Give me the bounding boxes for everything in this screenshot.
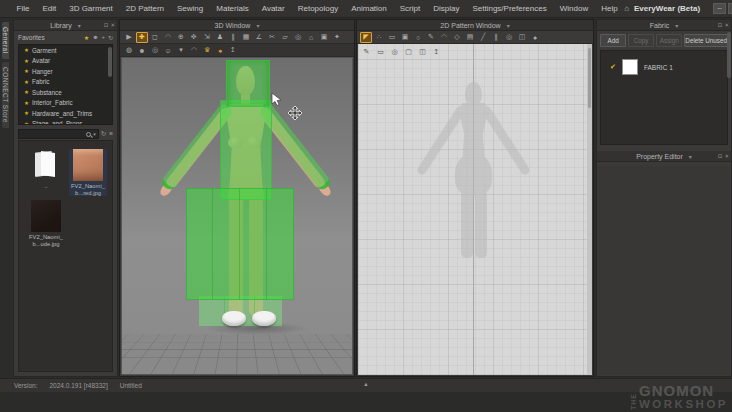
menu-item[interactable]: Help	[595, 0, 624, 18]
menu-item[interactable]: Animation	[345, 0, 394, 18]
menu-item[interactable]: Script	[393, 0, 426, 18]
expand-panel-button[interactable]: ▴	[364, 380, 367, 388]
add-rectangle-icon[interactable]: ▣	[399, 32, 411, 43]
show-avatar-icon[interactable]: ☻	[136, 45, 148, 56]
side-tab[interactable]: General	[2, 22, 9, 59]
2d-scrollbar[interactable]	[587, 44, 592, 375]
avatar-display-mode-icon[interactable]: ●	[214, 45, 226, 56]
simulate-icon[interactable]: ▶	[123, 32, 135, 43]
menu-item[interactable]: Materials	[210, 0, 255, 18]
scissors-icon[interactable]: ✂	[266, 32, 278, 43]
magnifier-icon[interactable]: ◎	[389, 47, 400, 57]
trace-icon[interactable]: ◎	[503, 32, 515, 43]
select-lasso-icon[interactable]: ◠	[162, 32, 174, 43]
show-hair-icon[interactable]: ◠	[188, 45, 200, 56]
menu-item[interactable]: Display	[427, 0, 466, 18]
measure-icon[interactable]: ∠	[253, 32, 265, 43]
split-view-icon[interactable]: ◫	[417, 47, 428, 57]
minimize-button[interactable]: ─	[713, 3, 726, 14]
add-point-icon[interactable]: ▭	[386, 32, 398, 43]
pin-icon[interactable]: ⊕	[175, 32, 187, 43]
float-panel-icon[interactable]: ⊡	[104, 20, 109, 31]
float-panel-icon[interactable]: ⊡	[718, 151, 723, 162]
render-icon[interactable]: ✦	[331, 32, 343, 43]
add-favorite-icon[interactable]: +	[101, 34, 105, 41]
transform-pattern-icon[interactable]: ◤	[360, 32, 372, 43]
dart-icon[interactable]: ◇	[451, 32, 463, 43]
menu-item[interactable]: Settings/Preferences	[466, 0, 553, 18]
garment-hood[interactable]	[226, 60, 270, 107]
chevron-down-icon[interactable]: ▾	[78, 22, 81, 29]
menu-item[interactable]: 3D Garment	[63, 0, 120, 18]
close-panel-icon[interactable]: ✕	[724, 20, 729, 31]
menu-item[interactable]: Avatar	[255, 0, 291, 18]
2d-viewport[interactable]: ✎▭◎▢◫↥	[358, 44, 592, 375]
texture-editor-icon[interactable]: ◫	[516, 32, 528, 43]
garment-skirt[interactable]	[186, 188, 294, 300]
segment-sewing-icon[interactable]: ∥	[227, 32, 239, 43]
needle-icon[interactable]: ✎	[361, 47, 372, 57]
favorites-item[interactable]: ★ Stage_and_Props	[19, 119, 112, 126]
favorites-item[interactable]: ★ Avatar	[19, 56, 112, 67]
favorites-scrollbar[interactable]	[108, 47, 112, 77]
reset-view-icon[interactable]: ↥	[431, 47, 442, 57]
favorites-item[interactable]: ★ Hanger	[19, 66, 112, 77]
menu-item[interactable]: Edit	[36, 0, 63, 18]
avatar-tape-icon[interactable]: ◎	[292, 32, 304, 43]
pattern-outline-icon[interactable]: ▭	[375, 47, 386, 57]
favorites-item[interactable]: ★ Hardware_and_Trims	[19, 108, 112, 119]
select-mesh-box-icon[interactable]: ◻	[149, 32, 161, 43]
fabric-button[interactable]: Add	[600, 34, 626, 47]
fabric-list-item[interactable]: ✔ FABRIC 1	[601, 56, 727, 78]
fabric-button[interactable]: Copy	[628, 34, 654, 47]
fabric-button[interactable]: Delete Unused	[684, 34, 728, 47]
grading-icon[interactable]: ▤	[464, 32, 476, 43]
avatar-3d[interactable]	[122, 58, 352, 374]
zoom-fit-icon[interactable]: ◎	[149, 45, 161, 56]
tack-on-avatar-icon[interactable]: ♟	[214, 32, 226, 43]
notch-icon[interactable]: ╱	[477, 32, 489, 43]
favorites-item[interactable]: ★ Fabric	[19, 77, 112, 88]
add-circle-icon[interactable]: ○	[412, 32, 424, 43]
list-view-icon[interactable]: ≡	[109, 130, 113, 138]
menu-item[interactable]: Retopology	[291, 0, 344, 18]
favorites-item[interactable]: ★ Garment	[19, 45, 112, 56]
float-panel-icon[interactable]: ⊡	[718, 20, 723, 31]
texture-file-nude[interactable]: FV2_Naomi_b...ude.jpg	[27, 200, 65, 247]
close-panel-icon[interactable]: ✕	[724, 151, 729, 162]
select-move-icon[interactable]: ✚	[136, 32, 148, 43]
polygon-pen-icon[interactable]: ✎	[425, 32, 437, 43]
favorites-item[interactable]: ★ Interior_Fabric	[19, 98, 112, 109]
favorite-star-icon[interactable]: ★	[84, 34, 89, 41]
maximize-button[interactable]: □	[728, 3, 732, 14]
chevron-down-icon[interactable]: ▾	[675, 22, 678, 29]
search-options-caret-icon[interactable]: ▾	[93, 131, 96, 137]
search-icon[interactable]	[86, 132, 91, 137]
folder-up-item[interactable]: ..	[27, 149, 65, 196]
menu-item[interactable]: Window	[553, 0, 594, 18]
avatar-category-icon[interactable]: ☻	[92, 34, 98, 41]
chevron-down-icon[interactable]: ▾	[689, 153, 692, 160]
garment-icon[interactable]: ♠	[529, 32, 541, 43]
side-tab[interactable]: CONNECT Store	[2, 62, 9, 128]
favorites-item[interactable]: ★ Substance	[19, 87, 112, 98]
free-sewing-icon[interactable]: ▦	[240, 32, 252, 43]
refresh-icon[interactable]: ↻	[101, 130, 106, 138]
pleats-icon[interactable]: ∥	[490, 32, 502, 43]
garment-top[interactable]	[220, 100, 272, 200]
close-panel-icon[interactable]: ✕	[110, 20, 115, 31]
chevron-down-icon[interactable]: ▾	[507, 22, 510, 29]
show-garment-icon[interactable]: ◍	[123, 45, 135, 56]
menu-item[interactable]: Sewing	[171, 0, 210, 18]
edit-curvature-icon[interactable]: ◠	[438, 32, 450, 43]
search-input[interactable]	[21, 131, 86, 137]
texture-file-red[interactable]: FV2_Naomi_b...red.jpg	[69, 149, 107, 196]
flatten-icon[interactable]: ▱	[279, 32, 291, 43]
fabric-button[interactable]: Assign	[656, 34, 682, 47]
show-shoes-icon[interactable]: ▾	[175, 45, 187, 56]
edit-pattern-icon[interactable]: ∴	[373, 32, 385, 43]
menu-item[interactable]: File	[10, 0, 36, 18]
camera-icon[interactable]: ▣	[318, 32, 330, 43]
fabric-scrollbar[interactable]	[727, 32, 731, 78]
scale-gizmo-icon[interactable]: ⇲	[201, 32, 213, 43]
